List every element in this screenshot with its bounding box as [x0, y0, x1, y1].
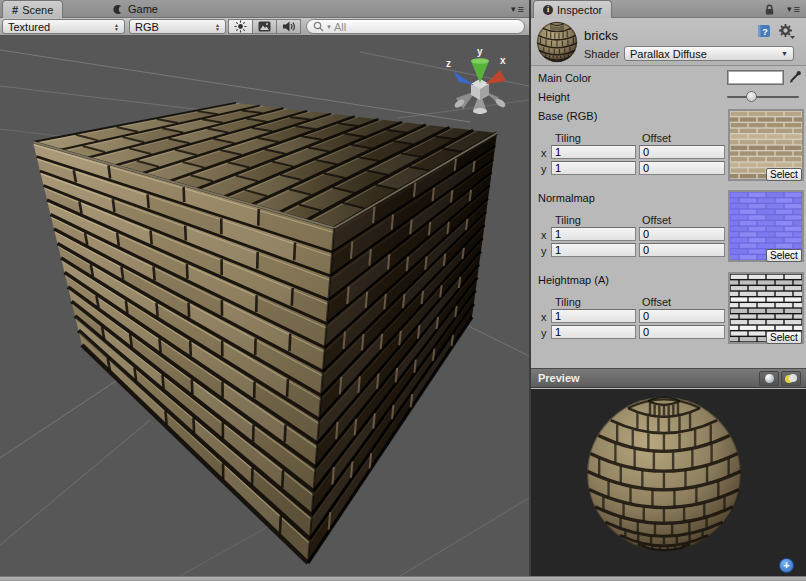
draw-mode-dropdown[interactable]: Textured ▲▼ — [2, 19, 125, 34]
section-title-base: Base (RGB) — [538, 110, 597, 122]
image-icon — [258, 21, 271, 32]
normal-tiling-x-field[interactable] — [551, 227, 636, 241]
normal-tiling-y-field[interactable] — [551, 243, 636, 257]
gear-icon[interactable] — [778, 23, 795, 39]
axis-y-label: y — [477, 46, 483, 57]
material-preview-sphere — [531, 389, 806, 576]
help-icon[interactable]: ? — [757, 24, 771, 38]
axis-z-label: z — [446, 58, 451, 69]
scene-search-field[interactable]: ▼ All — [306, 19, 525, 34]
main-color-swatch[interactable] — [727, 70, 784, 85]
offset-header: Offset — [642, 296, 671, 308]
tab-inspector-label: Inspector — [557, 4, 602, 16]
normalmap-select-button[interactable]: Select — [766, 249, 802, 262]
tab-game-label: Game — [128, 3, 158, 15]
normal-offset-x-field[interactable] — [639, 227, 725, 241]
sphere-icon — [765, 374, 774, 383]
heightmap-select-button[interactable]: Select — [766, 331, 802, 344]
row-y-label: y — [541, 245, 547, 257]
material-header: bricks Shader Parallax Diffuse ▼ ? — [531, 18, 806, 66]
color-mode-dropdown[interactable]: RGB ▲▼ — [129, 19, 226, 34]
search-icon — [313, 21, 324, 32]
lock-icon[interactable] — [764, 4, 775, 16]
speaker-icon — [282, 20, 296, 33]
row-x-label: x — [541, 311, 547, 323]
base-tiling-y-field[interactable] — [551, 161, 636, 175]
row-y-label: y — [541, 163, 547, 175]
tab-game[interactable]: Game — [104, 0, 167, 18]
unity-editor-window: # Scene Game ▾≡ Textured ▲▼ RGB ▲▼ — [0, 0, 806, 581]
lights-icon — [785, 374, 797, 383]
scene-skybox-toggle[interactable] — [252, 19, 277, 34]
scene-lighting-toggle[interactable] — [228, 19, 253, 34]
search-filter-caret-icon: ▼ — [326, 24, 332, 30]
offset-header: Offset — [642, 214, 671, 226]
game-icon — [113, 4, 124, 15]
material-preview-thumbnail — [535, 20, 579, 64]
updown-arrows-icon: ▲▼ — [114, 23, 119, 31]
tab-scene[interactable]: # Scene — [2, 0, 63, 18]
tiling-header: Tiling — [555, 132, 581, 144]
inspector-panel-menu-icon[interactable]: ▾≡ — [787, 4, 800, 14]
scene-viewport[interactable]: yxz — [0, 36, 529, 576]
tiling-header: Tiling — [555, 296, 581, 308]
row-x-label: x — [541, 147, 547, 159]
base-offset-x-field[interactable] — [639, 145, 725, 159]
base-tiling-x-field[interactable] — [551, 145, 636, 159]
row-y-label: y — [541, 327, 547, 339]
chevron-down-icon — [790, 36, 795, 39]
chevron-down-icon: ▾ — [787, 4, 792, 14]
axis-x-label: x — [500, 55, 506, 66]
shader-value: Parallax Diffuse — [630, 48, 707, 60]
add-button[interactable]: + — [779, 558, 794, 573]
draw-mode-value: Textured — [8, 21, 50, 33]
height-slider-thumb[interactable] — [746, 91, 757, 102]
base-select-button[interactable]: Select — [766, 168, 802, 181]
scene-panel-menu-icon[interactable]: ▾≡ — [511, 4, 524, 14]
menu-lines-icon: ≡ — [518, 5, 524, 14]
menu-lines-icon: ≡ — [794, 5, 800, 14]
sun-icon — [234, 20, 247, 33]
scene-audio-toggle[interactable] — [276, 19, 301, 34]
search-filter-label: All — [334, 21, 346, 33]
updown-arrows-icon: ▲▼ — [215, 23, 220, 31]
height-offset-x-field[interactable] — [639, 309, 725, 323]
normal-offset-y-field[interactable] — [639, 243, 725, 257]
preview-sphere-button[interactable] — [759, 371, 779, 386]
inspector-panel: i Inspector ▾≡ bricks Shader Parallax Di… — [531, 0, 806, 576]
inspector-tabbar: i Inspector ▾≡ — [531, 0, 806, 18]
main-color-label: Main Color — [538, 72, 591, 84]
height-tiling-x-field[interactable] — [551, 309, 636, 323]
scene-tabbar: # Scene Game ▾≡ — [0, 0, 529, 18]
section-title-heightmap: Heightmap (A) — [538, 274, 609, 286]
height-slider-track[interactable] — [727, 96, 799, 98]
height-tiling-y-field[interactable] — [551, 325, 636, 339]
svg-text:?: ? — [762, 27, 768, 37]
scene-toolbar: Textured ▲▼ RGB ▲▼ — [0, 18, 529, 36]
shader-dropdown[interactable]: Parallax Diffuse ▼ — [624, 46, 794, 61]
eyedropper-icon[interactable] — [788, 70, 802, 85]
preview-bar[interactable]: Preview — [531, 368, 806, 388]
window-bottom-strip — [0, 576, 806, 581]
scene-grid-icon: # — [12, 4, 18, 16]
height-offset-y-field[interactable] — [639, 325, 725, 339]
tab-inspector[interactable]: i Inspector — [533, 0, 612, 18]
shader-label: Shader — [584, 48, 619, 60]
material-name: bricks — [584, 28, 618, 43]
preview-area[interactable]: + — [531, 389, 806, 576]
offset-header: Offset — [642, 132, 671, 144]
height-label: Height — [538, 91, 570, 103]
base-offset-y-field[interactable] — [639, 161, 725, 175]
info-icon: i — [543, 5, 553, 15]
section-title-normalmap: Normalmap — [538, 192, 595, 204]
preview-lighting-button[interactable] — [781, 371, 801, 386]
row-x-label: x — [541, 229, 547, 241]
chevron-down-icon: ▼ — [781, 50, 788, 57]
color-mode-value: RGB — [135, 21, 159, 33]
chevron-down-icon: ▾ — [511, 4, 516, 14]
tab-scene-label: Scene — [22, 4, 53, 16]
scene-panel: # Scene Game ▾≡ Textured ▲▼ RGB ▲▼ — [0, 0, 529, 576]
tiling-header: Tiling — [555, 214, 581, 226]
preview-title: Preview — [538, 372, 580, 384]
